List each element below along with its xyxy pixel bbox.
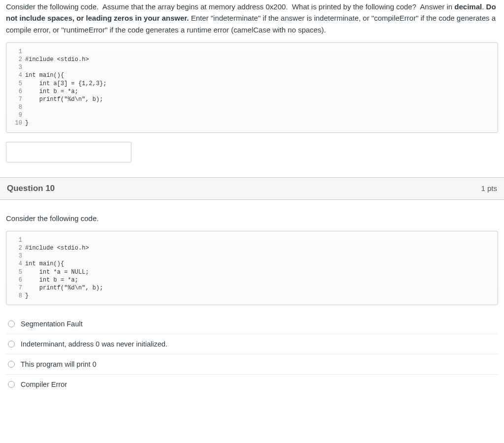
question-10-body: Consider the following code. 1 2#include… bbox=[0, 213, 504, 395]
question-10-prompt: Consider the following code. bbox=[6, 213, 498, 224]
answer-input[interactable] bbox=[6, 142, 131, 162]
radio-icon[interactable] bbox=[8, 381, 15, 388]
option-row[interactable]: Segmentation Fault bbox=[6, 314, 498, 334]
question-10-code: 1 2#include <stdio.h> 3 4int main(){ 5 i… bbox=[6, 231, 498, 306]
option-row[interactable]: Compiler Error bbox=[6, 374, 498, 394]
option-label: Indeterminant, address 0 was never initi… bbox=[21, 340, 167, 348]
radio-icon[interactable] bbox=[8, 341, 15, 348]
question-points: 1 pts bbox=[481, 184, 497, 192]
question-title: Question 10 bbox=[7, 184, 55, 193]
option-label: Compiler Error bbox=[21, 380, 67, 388]
answer-options: Segmentation Fault Indeterminant, addres… bbox=[6, 314, 498, 394]
option-row[interactable]: Indeterminant, address 0 was never initi… bbox=[6, 334, 498, 354]
question-9-body: Consider the following code. Assume that… bbox=[0, 1, 504, 177]
option-label: This program will print 0 bbox=[21, 360, 96, 368]
option-row[interactable]: This program will print 0 bbox=[6, 354, 498, 374]
radio-icon[interactable] bbox=[8, 320, 15, 327]
question-9-prompt: Consider the following code. Assume that… bbox=[6, 1, 498, 35]
radio-icon[interactable] bbox=[8, 361, 15, 368]
question-9-code: 1 2#include <stdio.h> 3 4int main(){ 5 i… bbox=[6, 42, 498, 133]
option-label: Segmentation Fault bbox=[21, 320, 83, 328]
code-content: 1 2#include <stdio.h> 3 4int main(){ 5 i… bbox=[13, 236, 491, 300]
code-content: 1 2#include <stdio.h> 3 4int main(){ 5 i… bbox=[13, 48, 491, 127]
question-10-header: Question 10 1 pts bbox=[0, 177, 504, 200]
